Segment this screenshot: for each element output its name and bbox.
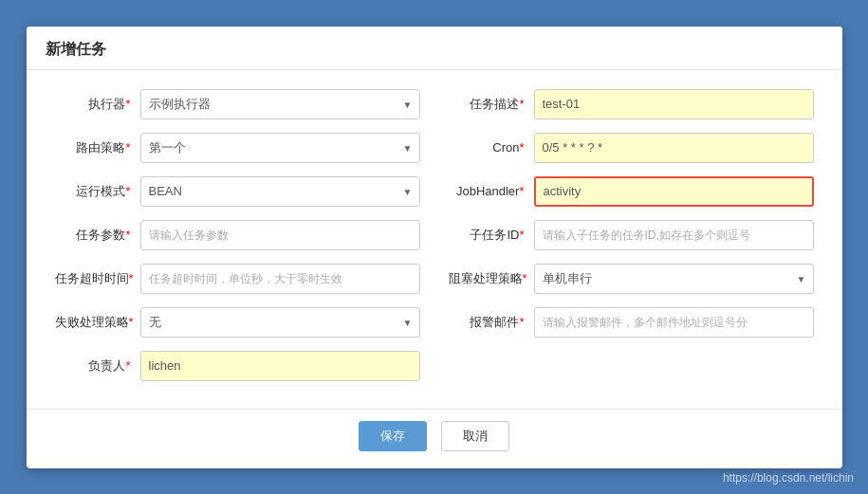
route-label: 路由策略* bbox=[55, 139, 140, 156]
form-group-subtask-id: 子任务ID* bbox=[449, 220, 814, 250]
form-row-5: 任务超时时间* 阻塞处理策略* 单机串行 ▼ bbox=[55, 264, 814, 294]
task-desc-input[interactable] bbox=[534, 89, 814, 119]
form-row-4: 任务参数* 子任务ID* bbox=[55, 220, 814, 250]
executor-select-wrapper: 示例执行器 ▼ bbox=[140, 89, 420, 119]
fail-strategy-select[interactable]: 无 bbox=[140, 307, 420, 338]
save-button[interactable]: 保存 bbox=[359, 421, 427, 451]
route-select[interactable]: 第一个 bbox=[140, 133, 420, 163]
watermark: https://blog.csdn.net/lichin bbox=[723, 471, 854, 485]
modal-container: 新增任务 执行器* 示例执行器 ▼ bbox=[27, 27, 842, 468]
run-mode-label: 运行模式* bbox=[55, 183, 140, 200]
task-param-input[interactable] bbox=[140, 220, 420, 250]
form-group-fail-strategy: 失败处理策略* 无 ▼ bbox=[55, 307, 420, 338]
task-param-label: 任务参数* bbox=[55, 227, 140, 244]
alarm-email-input[interactable] bbox=[534, 307, 814, 338]
fail-strategy-select-wrapper: 无 ▼ bbox=[140, 307, 420, 338]
job-handler-label: JobHandler* bbox=[449, 184, 534, 198]
timeout-label: 任务超时时间* bbox=[55, 270, 140, 287]
form-group-job-handler: JobHandler* bbox=[449, 176, 814, 207]
modal-title: 新增任务 bbox=[46, 41, 106, 57]
form-row-2: 路由策略* 第一个 ▼ Cron* bbox=[55, 133, 814, 163]
form-group-timeout: 任务超时时间* bbox=[55, 264, 420, 294]
fail-strategy-label: 失败处理策略* bbox=[55, 314, 140, 331]
alarm-email-label: 报警邮件* bbox=[449, 314, 534, 331]
run-mode-select-wrapper: BEAN ▼ bbox=[140, 176, 420, 207]
owner-label: 负责人* bbox=[55, 357, 140, 375]
subtask-id-label: 子任务ID* bbox=[449, 227, 534, 244]
cron-label: Cron* bbox=[449, 140, 534, 155]
form-row-1: 执行器* 示例执行器 ▼ 任务描述* bbox=[55, 89, 814, 119]
form-row-7: 负责人* bbox=[55, 351, 814, 381]
block-strategy-select[interactable]: 单机串行 bbox=[534, 264, 814, 294]
form-group-run-mode: 运行模式* BEAN ▼ bbox=[55, 176, 420, 207]
form-group-block-strategy: 阻塞处理策略* 单机串行 ▼ bbox=[449, 264, 814, 294]
form-group-task-desc: 任务描述* bbox=[449, 89, 814, 119]
block-strategy-select-wrapper: 单机串行 ▼ bbox=[534, 264, 814, 294]
executor-select[interactable]: 示例执行器 bbox=[140, 89, 420, 119]
form-row-3: 运行模式* BEAN ▼ JobHandler* bbox=[55, 176, 814, 207]
run-mode-select[interactable]: BEAN bbox=[140, 176, 420, 207]
form-group-alarm-email: 报警邮件* bbox=[449, 307, 814, 338]
owner-input[interactable] bbox=[140, 351, 420, 381]
cron-input[interactable] bbox=[534, 133, 814, 163]
form-group-cron: Cron* bbox=[449, 133, 814, 163]
block-strategy-label: 阻塞处理策略* bbox=[449, 270, 534, 287]
task-desc-label: 任务描述* bbox=[449, 96, 534, 113]
subtask-id-input[interactable] bbox=[534, 220, 814, 250]
form-row-6: 失败处理策略* 无 ▼ 报警邮件* bbox=[55, 307, 814, 338]
executor-label: 执行器* bbox=[55, 96, 140, 113]
form-group-executor: 执行器* 示例执行器 ▼ bbox=[55, 89, 420, 119]
cancel-button[interactable]: 取消 bbox=[441, 421, 509, 451]
route-select-wrapper: 第一个 ▼ bbox=[140, 133, 420, 163]
modal-body: 执行器* 示例执行器 ▼ 任务描述* bbox=[27, 70, 842, 409]
form-group-owner: 负责人* bbox=[55, 351, 420, 381]
modal-overlay: 新增任务 执行器* 示例执行器 ▼ bbox=[0, 0, 868, 494]
timeout-input[interactable] bbox=[140, 264, 420, 294]
job-handler-input[interactable] bbox=[534, 176, 814, 207]
form-group-task-param: 任务参数* bbox=[55, 220, 420, 250]
form-group-route: 路由策略* 第一个 ▼ bbox=[55, 133, 420, 163]
modal-header: 新增任务 bbox=[27, 27, 842, 70]
modal-footer: 保存 取消 bbox=[27, 409, 842, 468]
